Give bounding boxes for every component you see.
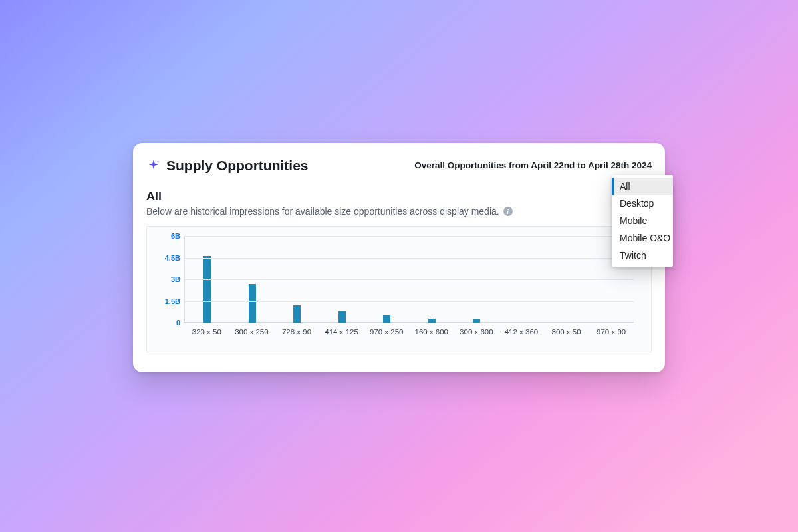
- y-tick-label: 1.5B: [165, 297, 180, 305]
- bar[interactable]: [473, 319, 480, 323]
- x-tick-label: 320 x 50: [184, 324, 229, 336]
- x-tick-label: 970 x 90: [589, 324, 634, 336]
- bar[interactable]: [383, 315, 390, 323]
- supply-opportunities-card: Supply Opportunities Overall Opportuniti…: [133, 143, 665, 372]
- section-title: All: [146, 190, 652, 203]
- dropdown-option[interactable]: All: [612, 178, 673, 195]
- bar[interactable]: [293, 305, 301, 323]
- sparkle-icon: [146, 158, 161, 173]
- chart-x-axis: 320 x 50300 x 250728 x 90414 x 125970 x …: [184, 324, 634, 336]
- bar[interactable]: [203, 256, 211, 323]
- bar[interactable]: [249, 284, 256, 323]
- y-tick-label: 6B: [171, 232, 180, 240]
- filter-dropdown: AllDesktopMobileMobile O&OTwitch: [612, 175, 673, 267]
- x-tick-label: 970 x 250: [364, 324, 409, 336]
- gridline: [185, 236, 634, 237]
- dropdown-option[interactable]: Desktop: [612, 195, 673, 212]
- y-tick-label: 3B: [171, 275, 180, 283]
- section-description: Below are historical impressions for ava…: [146, 206, 499, 217]
- x-tick-label: 160 x 600: [409, 324, 454, 336]
- info-icon[interactable]: i: [503, 207, 513, 216]
- x-tick-label: 728 x 90: [274, 324, 319, 336]
- x-tick-label: 300 x 250: [229, 324, 275, 336]
- bar[interactable]: [338, 311, 346, 323]
- y-tick-label: 0: [176, 319, 180, 327]
- x-tick-label: 300 x 600: [454, 324, 499, 336]
- x-tick-label: 300 x 50: [544, 324, 589, 336]
- impressions-bar-chart: 6B4.5B3B1.5B0 320 x 50300 x 250728 x 904…: [146, 226, 652, 352]
- dropdown-option[interactable]: Mobile O&O: [612, 229, 673, 247]
- page-title: Supply Opportunities: [166, 158, 309, 174]
- y-tick-label: 4.5B: [165, 254, 180, 262]
- gridline: [185, 258, 634, 259]
- bar[interactable]: [428, 319, 436, 323]
- section-description-row: Below are historical impressions for ava…: [146, 206, 652, 217]
- x-tick-label: 412 x 360: [499, 324, 544, 336]
- chart-y-axis: 6B4.5B3B1.5B0: [155, 236, 184, 323]
- chart-plot-area: [184, 236, 634, 323]
- gridline: [185, 301, 634, 302]
- title-row: Supply Opportunities: [146, 158, 309, 174]
- dropdown-option[interactable]: Twitch: [612, 247, 673, 264]
- gridline: [185, 279, 634, 280]
- date-range-label: Overall Opportunities from April 22nd to…: [414, 158, 652, 170]
- dropdown-option[interactable]: Mobile: [612, 212, 673, 229]
- x-tick-label: 414 x 125: [319, 324, 364, 336]
- card-header: Supply Opportunities Overall Opportuniti…: [146, 158, 652, 174]
